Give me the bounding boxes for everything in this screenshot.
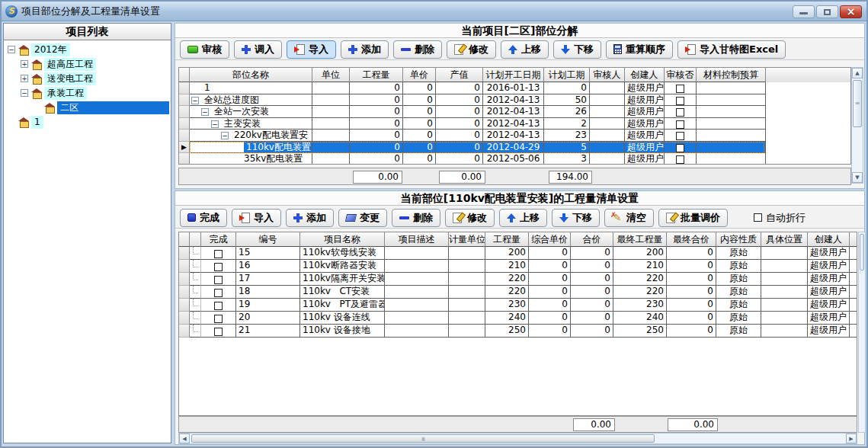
scroll-right-icon[interactable]: ▶ bbox=[846, 434, 857, 443]
modify-button[interactable]: 修改 bbox=[447, 40, 496, 59]
review-checkbox[interactable] bbox=[676, 120, 684, 129]
part-row[interactable]: −220kv配电装置安0002012-04-1323超级用户 bbox=[179, 130, 850, 142]
hscroll-thumb[interactable]: ≡ bbox=[191, 434, 655, 443]
review-checkbox[interactable] bbox=[676, 155, 684, 164]
column-header[interactable]: 创建人 bbox=[808, 232, 850, 247]
collapse-icon[interactable]: − bbox=[21, 89, 28, 97]
call-in-button[interactable]: 调入 bbox=[234, 40, 282, 59]
done-checkbox[interactable] bbox=[214, 315, 223, 323]
column-header[interactable]: 编号 bbox=[236, 232, 300, 247]
change-button[interactable]: 变更 bbox=[338, 209, 387, 227]
collapse-icon[interactable]: − bbox=[191, 97, 199, 104]
tree-item[interactable]: 二区 bbox=[4, 101, 171, 115]
column-header[interactable]: 单位 bbox=[312, 68, 350, 82]
collapse-icon[interactable]: − bbox=[221, 132, 229, 139]
import-button[interactable]: 导入 bbox=[287, 40, 336, 59]
boq-row[interactable]: 17110kv隔离开关安装220002200原始超级用户 bbox=[179, 273, 857, 286]
add-button[interactable]: 添加 bbox=[341, 40, 389, 59]
boq-hscrollbar[interactable]: ◀ ≡ ▶ bbox=[178, 433, 857, 444]
review-checkbox[interactable] bbox=[676, 85, 684, 93]
done-checkbox[interactable] bbox=[214, 302, 223, 310]
expand-icon[interactable]: + bbox=[21, 75, 28, 82]
expand-icon[interactable]: + bbox=[21, 60, 28, 68]
recalculate-order-button[interactable]: 重算顺序 bbox=[606, 40, 673, 59]
done-checkbox[interactable] bbox=[214, 289, 223, 297]
column-header[interactable]: 创建人 bbox=[625, 68, 665, 82]
column-header[interactable]: 内容性质 bbox=[716, 232, 761, 247]
boq-row[interactable]: 15110kv软母线安装200002000原始超级用户 bbox=[179, 247, 857, 260]
column-header[interactable]: 单价 bbox=[403, 68, 436, 82]
delete-button[interactable]: 删除 bbox=[392, 209, 440, 227]
column-header[interactable]: 审核否 bbox=[665, 68, 697, 82]
column-header[interactable]: 计量单位 bbox=[449, 232, 485, 247]
part-grid-vscrollbar[interactable]: ▲ ≡ ▼ bbox=[851, 67, 863, 184]
column-header[interactable]: 最终工程量 bbox=[613, 232, 667, 247]
finish-button[interactable]: 完成 bbox=[180, 209, 227, 227]
done-checkbox[interactable] bbox=[214, 263, 223, 271]
column-header[interactable]: 项目描述 bbox=[385, 232, 449, 247]
column-header[interactable]: 完成 bbox=[201, 232, 236, 247]
part-row[interactable]: −全站总进度图0002012-04-1350超级用户 bbox=[179, 94, 850, 107]
tree-item[interactable]: −2012年 bbox=[4, 43, 171, 57]
column-header[interactable]: 计划开工日期 bbox=[483, 68, 544, 82]
tree-item[interactable]: −承装工程 bbox=[4, 86, 171, 101]
part-row[interactable]: ▶110kv配电装置0002012-04-295超级用户 bbox=[179, 142, 850, 154]
column-header[interactable]: 项目名称 bbox=[300, 232, 385, 247]
column-header[interactable]: 产值 bbox=[436, 68, 483, 82]
scroll-left-icon[interactable]: ◀ bbox=[179, 434, 190, 443]
close-button[interactable]: × bbox=[840, 5, 862, 18]
boq-vscrollbar[interactable] bbox=[858, 232, 866, 433]
modify-button[interactable]: 修改 bbox=[445, 209, 495, 227]
done-checkbox[interactable] bbox=[214, 250, 223, 258]
review-checkbox[interactable] bbox=[676, 144, 684, 152]
batch-price-button[interactable]: 批量调价 bbox=[658, 209, 728, 227]
collapse-icon[interactable]: − bbox=[201, 108, 209, 116]
add-button[interactable]: 添加 bbox=[286, 209, 334, 227]
part-row[interactable]: −全站一次安装0002012-04-1326超级用户 bbox=[179, 106, 850, 118]
done-checkbox[interactable] bbox=[214, 276, 223, 284]
column-header[interactable]: 综合单价 bbox=[529, 232, 571, 247]
vscroll-thumb[interactable]: ≡ bbox=[853, 80, 862, 127]
minimize-button[interactable] bbox=[793, 5, 815, 18]
column-header[interactable]: 部位名称 bbox=[190, 68, 312, 82]
column-header[interactable]: 工程量 bbox=[485, 232, 529, 247]
move-up-button[interactable]: 上移 bbox=[499, 209, 547, 227]
column-header[interactable]: 具体位置 bbox=[761, 232, 808, 247]
audit-button[interactable]: 审核 bbox=[180, 40, 229, 59]
boq-row[interactable]: 21110kv 设备接地250002500原始超级用户 bbox=[179, 325, 857, 338]
column-header[interactable]: 工程量 bbox=[350, 68, 403, 82]
move-down-button[interactable]: 下移 bbox=[552, 209, 600, 227]
boq-row[interactable]: 18110kv CT安装220002200原始超级用户 bbox=[179, 286, 857, 299]
tree-item[interactable]: +送变电工程 bbox=[4, 72, 171, 86]
move-down-button[interactable]: 下移 bbox=[553, 40, 601, 59]
autowrap-checkbox[interactable] bbox=[754, 213, 762, 222]
column-header[interactable]: 审核人 bbox=[590, 68, 625, 82]
boq-row[interactable]: 16110kv断路器安装210002100原始超级用户 bbox=[179, 260, 857, 273]
tree-item[interactable]: 1 bbox=[4, 115, 171, 130]
part-row[interactable]: 10002016-01-130超级用户 bbox=[179, 82, 850, 94]
review-checkbox[interactable] bbox=[676, 97, 684, 105]
column-header[interactable]: 计划工期 bbox=[544, 68, 590, 82]
column-header[interactable]: 合价 bbox=[571, 232, 613, 247]
tree-item[interactable]: +超高压工程 bbox=[4, 57, 171, 72]
part-row[interactable]: 35kv配电装置0002012-05-063超级用户 bbox=[179, 153, 850, 165]
import-button[interactable]: 导入 bbox=[232, 209, 281, 227]
boq-row[interactable]: 19110kv PT及避雷器230002300原始超级用户 bbox=[179, 299, 857, 312]
maximize-button[interactable] bbox=[816, 5, 838, 18]
delete-button[interactable]: 删除 bbox=[393, 40, 442, 59]
column-header[interactable]: 最终合价 bbox=[667, 232, 716, 247]
review-checkbox[interactable] bbox=[676, 132, 684, 140]
part-row[interactable]: −主变安装0002012-04-132超级用户 bbox=[179, 118, 850, 130]
done-checkbox[interactable] bbox=[214, 328, 223, 336]
import-gantt-excel-button[interactable]: 导入甘特图Excel bbox=[677, 40, 786, 59]
collapse-icon[interactable]: − bbox=[8, 46, 15, 53]
scroll-up-icon[interactable]: ▲ bbox=[852, 68, 863, 78]
column-header[interactable]: 施 bbox=[850, 232, 857, 247]
scroll-down-icon[interactable]: ▼ bbox=[852, 172, 863, 183]
column-header[interactable]: 材料控制预算 bbox=[697, 68, 766, 82]
collapse-icon[interactable]: − bbox=[211, 120, 219, 128]
clear-button[interactable]: ✎清空 bbox=[604, 209, 654, 227]
vscroll-thumb[interactable] bbox=[860, 234, 864, 270]
autowrap-toggle[interactable]: 自动折行 bbox=[754, 211, 806, 225]
move-up-button[interactable]: 上移 bbox=[501, 40, 549, 59]
